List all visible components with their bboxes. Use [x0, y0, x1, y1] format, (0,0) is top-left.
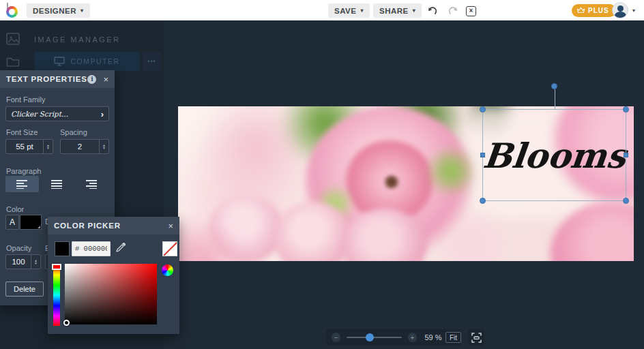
- account-menu-caret[interactable]: ▾: [632, 7, 635, 14]
- delete-text-button[interactable]: Delete: [5, 282, 44, 297]
- zoom-slider-track[interactable]: [347, 337, 402, 338]
- close-project-button[interactable]: ×: [466, 5, 478, 17]
- crown-icon: [576, 7, 585, 14]
- saturation-brightness-area[interactable]: [65, 264, 157, 324]
- font-size-field: ▲ ▼: [5, 139, 53, 154]
- zoom-percent: 59 %: [422, 333, 444, 342]
- paragraph-align-group: [5, 176, 109, 192]
- hue-slider-handle[interactable]: [52, 264, 61, 270]
- computer-upload-button[interactable]: COMPUTER: [34, 52, 140, 71]
- computer-icon: [54, 57, 65, 66]
- undo-icon: [426, 5, 439, 17]
- zoom-in-button[interactable]: +: [408, 333, 417, 342]
- spacing-field: ▲ ▼: [60, 139, 109, 154]
- paragraph-label: Paragraph: [6, 167, 41, 175]
- designer-app: DESIGNER ▾ SAVE ▾ SHARE ▾ ×: [0, 0, 644, 349]
- text-properties-header: TEXT PROPERTIES i ×: [0, 70, 115, 88]
- folder-icon: [5, 55, 20, 70]
- opacity-stepper[interactable]: ▲ ▼: [31, 255, 40, 269]
- eyedropper-icon: [115, 242, 126, 253]
- image-manager-tab-icon[interactable]: [5, 31, 20, 46]
- color-wheel-button[interactable]: [162, 264, 173, 276]
- fullscreen-icon: [471, 333, 482, 343]
- color-label: Color: [6, 205, 24, 213]
- rotation-stem: [555, 89, 555, 110]
- chevron-down-icon: ▾: [413, 8, 416, 14]
- align-left-button[interactable]: [5, 176, 39, 192]
- font-size-input[interactable]: [6, 140, 43, 153]
- font-family-button[interactable]: Clicker Script... ›: [5, 106, 109, 121]
- top-bar: DESIGNER ▾ SAVE ▾ SHARE ▾ ×: [0, 0, 644, 20]
- folders-tab-icon[interactable]: [5, 55, 20, 70]
- share-button[interactable]: SHARE ▾: [373, 3, 422, 18]
- avatar[interactable]: [612, 2, 628, 18]
- resize-handle-ne[interactable]: [623, 106, 629, 112]
- zoom-out-button[interactable]: −: [332, 333, 340, 342]
- redo-icon: [447, 5, 459, 17]
- resize-handle-se[interactable]: [623, 198, 629, 204]
- color-picker-panel: COLOR PICKER ×: [48, 217, 179, 334]
- designer-menu-label: DESIGNER: [33, 7, 76, 15]
- close-text-properties-button[interactable]: ×: [96, 74, 108, 85]
- image-icon: [5, 31, 20, 46]
- text-properties-title: TEXT PROPERTIES: [6, 75, 87, 83]
- align-center-icon: [51, 180, 63, 189]
- info-icon[interactable]: i: [87, 75, 96, 84]
- font-size-stepper[interactable]: ▲ ▼: [43, 140, 53, 153]
- align-right-button[interactable]: [76, 176, 109, 192]
- font-family-label: Font Family: [6, 95, 45, 104]
- zoom-bar: − + 59 % Fit: [326, 329, 461, 346]
- chevron-down-icon: ▾: [80, 8, 84, 14]
- hue-slider[interactable]: [53, 264, 60, 326]
- stepper-down-icon: ▼: [102, 147, 106, 149]
- opacity-label: Opacity: [6, 244, 31, 252]
- fit-button[interactable]: Fit: [445, 332, 461, 343]
- redo-button[interactable]: [447, 5, 459, 17]
- fullscreen-button[interactable]: [468, 329, 484, 346]
- opacity-field: ▲ ▼: [5, 254, 41, 269]
- image-manager-title: IMAGE MANAGER: [34, 35, 121, 44]
- font-size-label: Font Size: [6, 128, 38, 136]
- close-icon: ×: [466, 6, 476, 16]
- selection-box: [482, 109, 626, 201]
- chevron-down-icon: ▾: [360, 8, 364, 14]
- color-picker-title: COLOR PICKER: [54, 222, 161, 230]
- chevron-right-icon: ›: [101, 109, 104, 119]
- spacing-label: Spacing: [60, 128, 87, 136]
- share-label: SHARE: [379, 7, 409, 15]
- stepper-down-icon: ▼: [46, 147, 50, 149]
- resize-handle-w[interactable]: [480, 153, 485, 157]
- current-color-swatch: [55, 241, 70, 256]
- font-family-value: Clicker Script...: [11, 110, 101, 118]
- befunky-logo-icon: [6, 3, 21, 18]
- undo-button[interactable]: [426, 5, 439, 17]
- resize-handle-nw[interactable]: [480, 106, 486, 112]
- more-sources-button[interactable]: •••: [143, 52, 161, 71]
- plus-upgrade-button[interactable]: PLUS: [572, 4, 616, 17]
- align-center-button[interactable]: [40, 176, 74, 192]
- close-color-picker-button[interactable]: ×: [161, 221, 173, 231]
- ellipsis-icon: •••: [147, 58, 156, 65]
- color-picker-header: COLOR PICKER ×: [48, 217, 179, 234]
- text-color-swatch[interactable]: [20, 215, 42, 230]
- resize-handle-e[interactable]: [624, 153, 628, 157]
- designer-menu-button[interactable]: DESIGNER ▾: [27, 3, 90, 18]
- save-button[interactable]: SAVE ▾: [328, 3, 370, 18]
- resize-handle-sw[interactable]: [480, 198, 486, 204]
- no-color-button[interactable]: [162, 241, 177, 256]
- rotate-handle[interactable]: [551, 83, 557, 89]
- zoom-slider-thumb[interactable]: [366, 333, 374, 342]
- spacing-stepper[interactable]: ▲ ▼: [99, 140, 108, 153]
- color-cursor[interactable]: [63, 320, 70, 326]
- workspace: IMAGE MANAGER COMPUTER •••: [0, 20, 644, 349]
- hex-color-input[interactable]: [72, 241, 111, 256]
- align-right-icon: [86, 180, 98, 189]
- opacity-input[interactable]: [6, 255, 31, 269]
- plus-label: PLUS: [588, 7, 609, 14]
- text-color-a-button[interactable]: A: [5, 215, 19, 230]
- computer-label: COMPUTER: [70, 57, 119, 65]
- spacing-input[interactable]: [61, 140, 99, 153]
- eyedropper-button[interactable]: [115, 242, 127, 254]
- stepper-down-icon: ▼: [34, 262, 38, 264]
- align-left-icon: [16, 180, 29, 189]
